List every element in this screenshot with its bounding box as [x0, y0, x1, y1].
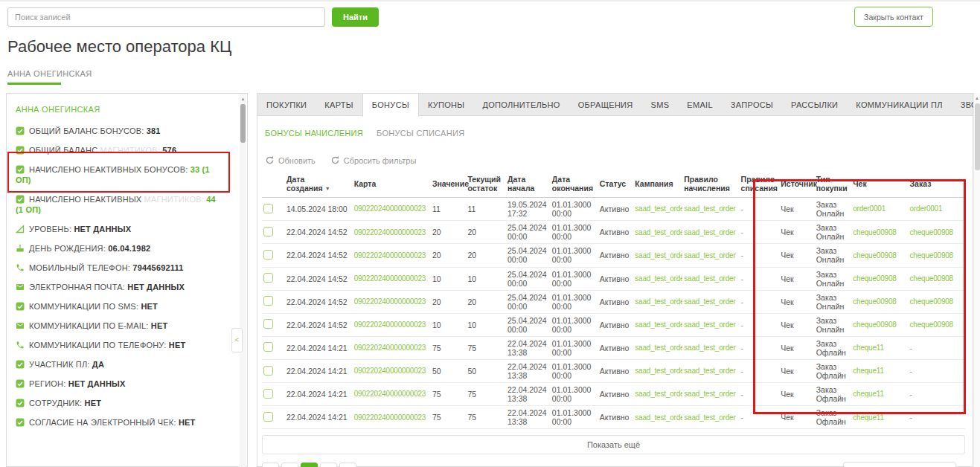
main-scrollbar-thumb[interactable]: [975, 103, 980, 170]
tab-cards[interactable]: КАРТЫ: [316, 94, 362, 116]
cell-order[interactable]: cheque00908: [909, 313, 965, 336]
tab-purchases[interactable]: ПОКУПКИ: [257, 94, 316, 116]
page-size-dropdown[interactable]: Показывать по 10 ▼: [843, 462, 956, 467]
refresh-button[interactable]: Обновить: [265, 155, 316, 165]
column-writeoff_rule[interactable]: Правило списания: [740, 173, 780, 198]
close-contact-button[interactable]: Закрыть контакт: [854, 7, 933, 27]
cell-accrual_rule[interactable]: saad_test_order: [682, 198, 739, 221]
cell-card[interactable]: 090220240000000023: [353, 221, 431, 244]
find-button[interactable]: Найти: [332, 7, 379, 27]
cell-accrual_rule[interactable]: saad_test_order: [682, 244, 739, 267]
column-card[interactable]: Карта: [353, 173, 431, 198]
cell-campaign[interactable]: saad_test_order: [633, 198, 682, 221]
cell-cheque[interactable]: cheque11: [851, 383, 908, 406]
cell-card[interactable]: 090220240000000023: [353, 383, 431, 406]
cell-cheque[interactable]: cheque11: [851, 360, 908, 383]
cell-card[interactable]: 090220240000000023: [353, 198, 431, 221]
tab-mailings[interactable]: РАССЫЛКИ: [782, 94, 847, 116]
cell-accrual_rule[interactable]: saad_test_order: [682, 383, 739, 406]
column-created[interactable]: Дата создания▼: [285, 173, 353, 198]
page-button-1[interactable]: 1: [281, 463, 298, 467]
cell-order[interactable]: cheque00908: [909, 267, 965, 290]
cell-accrual_rule[interactable]: saad_test_order: [682, 406, 739, 429]
row-checkbox[interactable]: [263, 227, 273, 236]
cell-card[interactable]: 090220240000000023: [353, 313, 431, 336]
cell-accrual_rule[interactable]: saad_test_order: [682, 221, 739, 244]
cell-cheque[interactable]: cheque00908: [851, 313, 908, 336]
row-checkbox[interactable]: [263, 389, 273, 399]
cell-cheque[interactable]: cheque11: [851, 406, 908, 429]
tab-communications-pl[interactable]: КОММУНИКАЦИИ ПЛ: [847, 94, 951, 116]
show-more-button[interactable]: Показать ещё: [262, 435, 965, 454]
cell-accrual_rule[interactable]: saad_test_order: [682, 267, 739, 290]
cell-campaign[interactable]: saad_test_order: [633, 313, 682, 336]
cell-campaign[interactable]: saad_test_order: [633, 383, 682, 406]
cell-cheque[interactable]: cheque00908: [851, 267, 908, 290]
cell-accrual_rule[interactable]: saad_test_order: [682, 290, 739, 313]
cell-order[interactable]: order0001: [909, 198, 965, 221]
cell-campaign[interactable]: saad_test_order: [633, 267, 682, 290]
cell-card[interactable]: 090220240000000023: [353, 244, 431, 267]
column-end[interactable]: Дата окончания: [551, 173, 598, 198]
subtab-bonus-accruals[interactable]: БОНУСЫ НАЧИСЛЕНИЯ: [265, 129, 363, 138]
cell-campaign[interactable]: saad_test_order: [633, 406, 682, 429]
column-value[interactable]: Значение: [431, 173, 466, 198]
cell-card[interactable]: 090220240000000023: [353, 290, 431, 313]
sidebar-scrollbar-thumb[interactable]: [240, 104, 246, 143]
cell-card[interactable]: 090220240000000023: [353, 336, 431, 359]
cell-campaign[interactable]: saad_test_order: [633, 244, 682, 267]
column-balance[interactable]: Текущий остаток: [466, 173, 506, 198]
cell-order[interactable]: cheque00908: [909, 221, 965, 244]
tab-requests[interactable]: ЗАПРОСЫ: [722, 94, 782, 116]
cell-order[interactable]: cheque00908: [909, 290, 965, 313]
cell-cheque[interactable]: cheque00908: [851, 221, 908, 244]
column-status[interactable]: Статус: [598, 173, 633, 198]
tab-sms[interactable]: SMS: [642, 94, 679, 116]
cell-cheque[interactable]: cheque00908: [851, 244, 908, 267]
row-checkbox[interactable]: [263, 412, 273, 422]
cell-card[interactable]: 090220240000000023: [353, 267, 431, 290]
cell-cheque[interactable]: order0001: [851, 198, 908, 221]
reset-filters-button[interactable]: Сбросить фильтры: [330, 155, 417, 165]
main-scrollbar[interactable]: ▲: [973, 93, 980, 467]
sidebar-collapse-button[interactable]: <: [231, 328, 243, 352]
cell-campaign[interactable]: saad_test_order: [633, 290, 682, 313]
person-tab[interactable]: АННА ОНЕГИНСКАЯ: [7, 69, 92, 78]
column-cheque[interactable]: Чек: [851, 173, 908, 198]
tab-additional[interactable]: ДОПОЛНИТЕЛЬНО: [473, 94, 569, 116]
cell-order[interactable]: cheque00908: [909, 244, 965, 267]
tab-email[interactable]: EMAIL: [678, 94, 722, 116]
subtab-bonus-writeoffs[interactable]: БОНУСЫ СПИСАНИЯ: [377, 129, 464, 138]
cell-cheque[interactable]: cheque11: [851, 336, 908, 359]
tab-appeals[interactable]: ОБРАЩЕНИЯ: [569, 94, 642, 116]
search-input[interactable]: [7, 7, 325, 27]
cell-campaign[interactable]: saad_test_order: [633, 336, 682, 359]
cell-card[interactable]: 090220240000000023: [353, 406, 431, 429]
prev-page-button[interactable]: <: [262, 463, 279, 467]
row-checkbox[interactable]: [263, 296, 273, 306]
next-page-button[interactable]: >: [339, 463, 356, 467]
row-checkbox[interactable]: [263, 342, 273, 352]
row-checkbox[interactable]: [263, 366, 273, 376]
column-campaign[interactable]: Кампания: [633, 173, 682, 198]
cell-accrual_rule[interactable]: saad_test_order: [682, 313, 739, 336]
scroll-up-icon[interactable]: ▲: [240, 94, 246, 101]
row-checkbox[interactable]: [263, 204, 273, 213]
row-checkbox[interactable]: [263, 250, 273, 260]
sidebar-scrollbar[interactable]: ▲: [240, 94, 246, 467]
column-source[interactable]: Источник: [779, 173, 814, 198]
tab-bonuses[interactable]: БОНУСЫ: [362, 94, 419, 117]
cell-campaign[interactable]: saad_test_order: [633, 221, 682, 244]
cell-accrual_rule[interactable]: saad_test_order: [682, 360, 739, 383]
row-checkbox[interactable]: [263, 319, 273, 329]
cell-cheque[interactable]: cheque00908: [851, 290, 908, 313]
page-button-2[interactable]: 2: [301, 463, 318, 467]
scroll-up-icon[interactable]: ▲: [974, 93, 980, 100]
tab-coupons[interactable]: КУПОНЫ: [419, 94, 473, 116]
column-order[interactable]: Заказ: [909, 173, 965, 198]
cell-campaign[interactable]: saad_test_order: [633, 360, 682, 383]
page-button-3[interactable]: 3: [320, 463, 337, 467]
cell-accrual_rule[interactable]: saad_test_order: [682, 336, 739, 359]
column-purchase_type[interactable]: Тип покупки: [815, 173, 852, 198]
row-checkbox[interactable]: [263, 273, 273, 283]
